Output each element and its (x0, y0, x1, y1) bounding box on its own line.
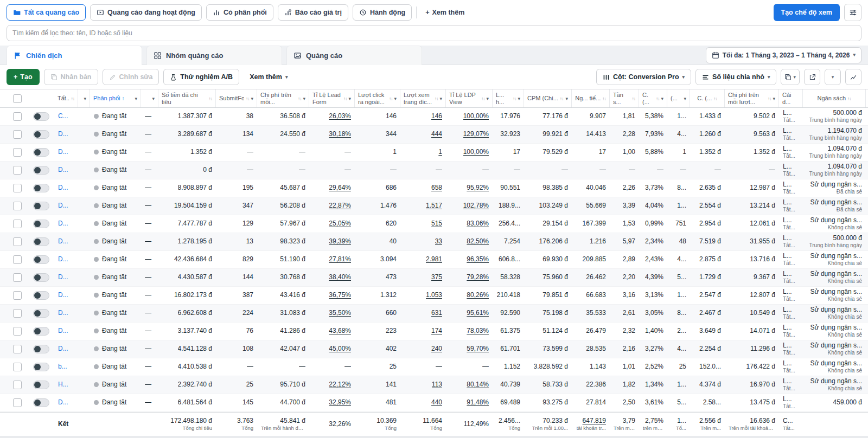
column-header-frequency[interactable]: Tần s...↑↓ (610, 89, 639, 107)
row-checkbox[interactable] (13, 148, 22, 157)
cell-lead_form_rate[interactable]: 26,03% (309, 108, 355, 125)
search-input[interactable] (7, 25, 861, 41)
row-checkbox[interactable] (13, 184, 22, 192)
cell-name[interactable]: D... (54, 144, 78, 161)
date-range-picker[interactable]: Tối đa: 1 Tháng 3, 2023 – 1 Tháng 4, 202… (706, 47, 861, 63)
cell-name[interactable]: b... (54, 358, 78, 376)
tab-ad-sets[interactable]: Nhóm quảng cáo (146, 46, 282, 65)
column-header-results[interactable]: SubmitFo...↑↓▾ (216, 89, 257, 107)
edit-button[interactable]: Chỉnh sửa (103, 69, 159, 85)
cell-name[interactable]: D... (54, 269, 78, 286)
column-header-spend[interactable]: Số tiền đã chi tiêu↑↓ (158, 89, 216, 107)
duplicate-button[interactable]: Nhân bản (44, 69, 98, 85)
campaign-toggle[interactable] (33, 148, 49, 157)
column-header-outbound_clicks[interactable]: Lượt click ra ngoài...↑↓▾ (355, 89, 400, 107)
cell-ldp_views[interactable]: 1.053 (400, 287, 446, 304)
cell-ldp_views[interactable]: 375 (400, 269, 446, 286)
tab-campaigns[interactable]: Chiến dịch (7, 46, 142, 65)
more-actions-button[interactable]: Xem thêm ▾ (244, 69, 293, 85)
column-header-cost_per_result[interactable]: Chi phí trên mỗi...↑↓▾ (257, 89, 309, 107)
cell-name[interactable]: D... (54, 340, 78, 358)
column-header-ctr[interactable]: C. (...↑↓▾ (639, 89, 667, 107)
cell-name[interactable]: D... (54, 179, 78, 197)
column-header-menu[interactable]: ▾ (78, 89, 90, 107)
column-header-clicks[interactable]: (...▾ (667, 89, 690, 107)
cell-ldp_view_rate[interactable]: 95,61% (446, 305, 493, 322)
cell-name[interactable]: D... (54, 215, 78, 233)
columns-button[interactable]: Cột: Conversion Pro ▾ (596, 69, 691, 85)
row-checkbox[interactable] (13, 94, 22, 103)
column-header-attr[interactable]: ▾ (141, 89, 158, 107)
campaign-toggle[interactable] (33, 112, 49, 121)
column-header-quality[interactable]: Cải đ... (779, 89, 803, 107)
campaign-toggle[interactable] (33, 398, 49, 407)
row-checkbox[interactable] (13, 381, 22, 389)
cell-ldp_view_rate[interactable]: 80,26% (446, 287, 493, 304)
campaign-toggle[interactable] (33, 237, 49, 246)
cell-ldp_views[interactable]: 174 (400, 323, 446, 340)
filter-actions[interactable]: Hành động (353, 4, 412, 21)
cell-ldp_views[interactable]: 658 (400, 179, 446, 197)
cell-name[interactable]: D... (54, 126, 78, 143)
footer-reach[interactable]: 647.819tài khoản tr... (572, 413, 610, 436)
cell-name[interactable]: D... (54, 323, 78, 340)
cell-ldp_views[interactable]: 2.981 (400, 251, 446, 268)
row-checkbox[interactable] (13, 220, 22, 228)
see-more-filters-button[interactable]: + Xem thêm (421, 4, 469, 21)
column-header-budget[interactable]: Ngân sách↑↓ (803, 89, 866, 107)
column-header-ldp_view_rate[interactable]: Tỉ Lệ LDP View↑↓▾ (446, 89, 493, 107)
cell-ldp_view_rate[interactable]: 102,78% (446, 197, 493, 215)
cell-ldp_view_rate[interactable]: 100,00% (446, 108, 493, 125)
column-header-lead_form_rate[interactable]: Tỉ Lệ Lead Form↑↓▾ (309, 89, 355, 107)
campaign-toggle[interactable] (33, 273, 49, 282)
campaign-toggle[interactable] (33, 345, 49, 353)
cell-ldp_views[interactable]: 146 (400, 108, 446, 125)
campaign-toggle[interactable] (33, 184, 49, 192)
cell-ldp_view_rate[interactable]: 79,28% (446, 269, 493, 286)
cell-ldp_views[interactable]: 33 (400, 233, 446, 250)
cell-ldp_views[interactable]: 515 (400, 215, 446, 233)
reports-button[interactable]: ▾ (781, 69, 800, 85)
campaign-toggle[interactable] (33, 363, 49, 371)
cell-ldp_views[interactable]: 631 (400, 305, 446, 322)
cell-lead_form_rate[interactable]: 38,40% (309, 269, 355, 286)
cell-name[interactable]: C... (54, 108, 78, 125)
cell-ldp_view_rate[interactable]: 80,14% (446, 376, 493, 394)
row-checkbox[interactable] (13, 363, 22, 371)
cell-ldp_view_rate[interactable]: 95,92% (446, 179, 493, 197)
cell-lead_form_rate[interactable]: 30,18% (309, 126, 355, 143)
row-checkbox[interactable] (13, 398, 22, 407)
cell-name[interactable]: D... (54, 162, 78, 179)
cell-lead_form_rate[interactable]: 45,00% (309, 340, 355, 358)
campaign-toggle[interactable] (33, 309, 49, 318)
cell-ldp_views[interactable]: 113 (400, 376, 446, 394)
column-header-reach[interactable]: Ng... tiế...↑↓ (572, 89, 610, 107)
column-header-ldp_views[interactable]: Lượt xem trang đíc...↑↓▾ (400, 89, 446, 107)
column-header-cpc[interactable]: C. (...↑↓ (690, 89, 725, 107)
cell-lead_form_rate[interactable]: 39,39% (309, 233, 355, 250)
cell-lead_form_rate[interactable]: 25,05% (309, 215, 355, 233)
column-header-impressions[interactable]: L... h...↑↓▾ (493, 89, 524, 107)
campaign-toggle[interactable] (33, 130, 49, 139)
charts-button[interactable] (845, 69, 861, 85)
create-button[interactable]: + Tạo (7, 69, 40, 85)
filter-all-ads[interactable]: Tất cả quảng cáo (7, 4, 86, 21)
create-view-button[interactable]: Tạo chế độ xem (774, 4, 840, 21)
cell-ldp_view_rate[interactable]: 91,48% (446, 394, 493, 411)
cell-lead_form_rate[interactable]: 27,81% (309, 251, 355, 268)
campaign-toggle[interactable] (33, 166, 49, 175)
export-options-button[interactable]: ▾ (825, 69, 841, 85)
cell-ldp_views[interactable]: 440 (400, 394, 446, 411)
cell-name[interactable]: H... (54, 376, 78, 394)
cell-lead_form_rate[interactable]: 35,50% (309, 305, 355, 322)
campaign-toggle[interactable] (33, 220, 49, 228)
cell-ldp_views[interactable]: 1 (400, 144, 446, 161)
cell-lead_form_rate[interactable]: 32,95% (309, 394, 355, 411)
cell-lead_form_rate[interactable]: 29,64% (309, 179, 355, 197)
cell-ldp_view_rate[interactable]: 59,70% (446, 340, 493, 358)
column-header-name[interactable]: Tất...↑↓ (54, 89, 78, 107)
row-checkbox[interactable] (13, 166, 22, 175)
ab-test-button[interactable]: Thử nghiệm A/B (163, 69, 239, 85)
cell-name[interactable]: D... (54, 233, 78, 250)
cell-name[interactable]: D... (54, 251, 78, 268)
